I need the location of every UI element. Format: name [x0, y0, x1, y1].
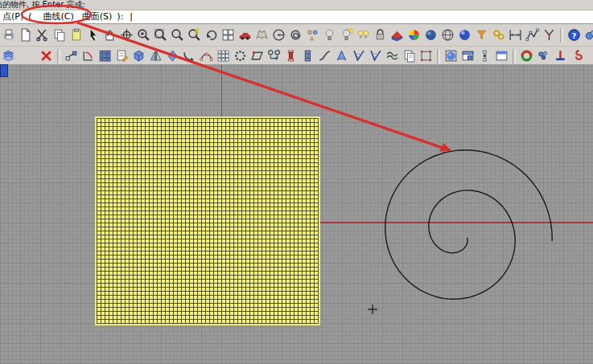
shaded-view-icon[interactable]: [423, 27, 439, 43]
bend-icon[interactable]: [182, 48, 198, 64]
dot-circle-icon[interactable]: [233, 48, 249, 64]
prompt-suffix: ):: [117, 11, 123, 22]
cut-icon[interactable]: [35, 27, 51, 43]
prompt-label: 点(P): [2, 11, 23, 22]
cube-icon[interactable]: [131, 48, 147, 64]
selected-control-points-grid[interactable]: [95, 117, 320, 325]
molecule-icon[interactable]: [583, 27, 593, 43]
wedge-icon[interactable]: [389, 27, 406, 43]
wave-icon[interactable]: [385, 48, 401, 64]
svg-text:?: ?: [572, 31, 577, 40]
toolbar-main: [0, 47, 593, 66]
cp-edit-icon[interactable]: [199, 48, 215, 64]
loft-icon[interactable]: [334, 48, 350, 64]
x-axis-line: [319, 222, 593, 223]
spiral-tool-icon[interactable]: [288, 27, 304, 43]
toolbar-separator: [437, 49, 440, 63]
layers-icon[interactable]: [1, 48, 17, 64]
circle-arrow-icon[interactable]: [271, 27, 287, 43]
four-viewports-icon[interactable]: [220, 27, 237, 43]
dimension-icon[interactable]: [508, 27, 524, 43]
export-doc-icon[interactable]: [18, 27, 34, 43]
lamp-off-icon[interactable]: [322, 27, 338, 43]
toolbar-standard: ?: [0, 24, 593, 47]
curve-option[interactable]: 曲线(C): [43, 11, 74, 22]
print-icon[interactable]: [1, 27, 17, 43]
toolbar-separator: [513, 49, 516, 63]
pillar-icon[interactable]: [283, 48, 299, 64]
toolbar-separator: [560, 28, 563, 43]
command-line[interactable]: 点(P)(曲线(C)曲面(S)):|: [0, 10, 593, 24]
lock-icon[interactable]: [373, 27, 389, 43]
ribbon-icon[interactable]: [570, 48, 586, 64]
pan-icon[interactable]: [102, 27, 118, 43]
edit-doc-icon[interactable]: [114, 48, 130, 64]
vdots-icon[interactable]: [477, 48, 493, 64]
array-icon[interactable]: [97, 48, 113, 64]
sphere-box-icon[interactable]: [443, 48, 459, 64]
viewport-canvas[interactable]: [0, 64, 593, 364]
blend-icon[interactable]: [317, 48, 333, 64]
curve-fork-icon[interactable]: [542, 27, 558, 43]
toolbar-separator: [57, 49, 60, 63]
wireframe-view-icon[interactable]: [440, 27, 456, 43]
window-square-icon[interactable]: [460, 48, 476, 64]
mirror-icon[interactable]: [148, 48, 164, 64]
zoom-in-icon[interactable]: [136, 27, 152, 43]
window-icon[interactable]: [494, 48, 510, 64]
shear-icon[interactable]: [249, 48, 266, 64]
viewport-tab[interactable]: [0, 64, 8, 77]
delete-icon[interactable]: [39, 48, 55, 64]
diamond-icon[interactable]: [165, 48, 181, 64]
column-icon[interactable]: [300, 48, 316, 64]
lamps-icon[interactable]: [356, 27, 372, 43]
render-view-icon[interactable]: [457, 27, 473, 43]
grid-points-icon[interactable]: [216, 48, 232, 64]
cone-icon[interactable]: [474, 27, 490, 43]
history-text: 动的物件, 按 Enter 完成:: [0, 0, 85, 10]
v-curve2-icon[interactable]: [368, 48, 384, 64]
rotate-icon[interactable]: [80, 48, 97, 64]
spheres-icon[interactable]: [536, 48, 552, 64]
zoom-extents-icon[interactable]: [153, 27, 169, 43]
torus-icon[interactable]: [519, 48, 535, 64]
surface-option[interactable]: 曲面(S): [82, 11, 113, 22]
copy-icon[interactable]: [51, 27, 68, 43]
paste-icon[interactable]: [68, 27, 84, 43]
color-wheel-icon[interactable]: [406, 27, 422, 43]
paren-open: (: [28, 11, 31, 22]
map-icon[interactable]: [254, 27, 270, 43]
gears-icon[interactable]: [491, 27, 507, 43]
pages-icon[interactable]: [402, 48, 418, 64]
perpendicular-icon[interactable]: [553, 48, 569, 64]
v-curve-icon[interactable]: [351, 48, 367, 64]
car-icon[interactable]: [237, 27, 253, 43]
orbit-icon[interactable]: [119, 27, 135, 43]
text-cursor: |: [130, 10, 133, 23]
help-icon[interactable]: ?: [566, 27, 583, 43]
zoom-fast-icon[interactable]: [187, 27, 203, 43]
cage-icon[interactable]: [418, 48, 434, 64]
lamp-corner-icon[interactable]: [339, 27, 355, 43]
pointer-icon[interactable]: [85, 27, 101, 43]
shapes-icon[interactable]: [305, 27, 321, 43]
command-history: 动的物件, 按 Enter 完成:: [0, 0, 593, 10]
link-icon[interactable]: [266, 48, 282, 64]
undo-view-icon[interactable]: [204, 27, 220, 43]
move-points-icon[interactable]: [64, 48, 80, 64]
zoom-window-icon[interactable]: [170, 27, 186, 43]
polyline-icon[interactable]: [525, 27, 541, 43]
